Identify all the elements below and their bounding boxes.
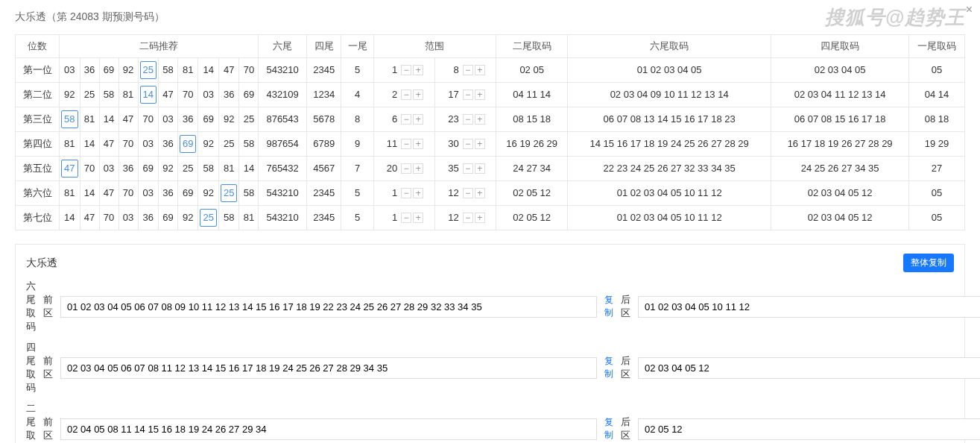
rec-num[interactable]: 25 xyxy=(218,132,238,157)
rec-num[interactable]: 47 xyxy=(218,58,238,83)
rec-num[interactable]: 36 xyxy=(138,206,158,230)
minus-button[interactable]: − xyxy=(401,213,411,223)
rec-num[interactable]: 58 xyxy=(239,132,259,157)
copy-all-button[interactable]: 整体复制 xyxy=(903,254,954,272)
rec-num[interactable]: 81 xyxy=(239,206,259,230)
rec-num[interactable]: 03 xyxy=(138,132,158,157)
rec-num[interactable]: 14 xyxy=(198,58,218,83)
rec-num[interactable]: 47 xyxy=(80,206,99,230)
rec-num[interactable]: 36 xyxy=(80,58,99,83)
plus-button[interactable]: + xyxy=(413,188,423,198)
plus-button[interactable]: + xyxy=(475,89,485,100)
rec-num[interactable]: 03 xyxy=(118,206,138,230)
rec-num[interactable]: 58 xyxy=(99,83,118,107)
minus-button[interactable]: − xyxy=(463,213,473,223)
rec-num[interactable]: 14 xyxy=(80,132,99,157)
rec-num[interactable]: 92 xyxy=(60,83,80,107)
front-input[interactable] xyxy=(60,296,597,318)
minus-button[interactable]: − xyxy=(463,188,473,198)
rec-num[interactable]: 36 xyxy=(158,181,177,206)
rec-num[interactable]: 47 xyxy=(99,181,118,206)
minus-button[interactable]: − xyxy=(401,139,411,149)
rec-num[interactable]: 14 xyxy=(138,83,158,107)
rec-num[interactable]: 69 xyxy=(177,132,197,157)
rec-num[interactable]: 58 xyxy=(198,157,218,181)
rec-num[interactable]: 47 xyxy=(99,132,118,157)
minus-button[interactable]: − xyxy=(463,139,473,149)
minus-button[interactable]: − xyxy=(401,114,411,125)
rec-num[interactable]: 70 xyxy=(239,58,259,83)
rec-num[interactable]: 70 xyxy=(177,83,197,107)
rec-num[interactable]: 03 xyxy=(158,107,177,132)
back-input[interactable] xyxy=(638,418,980,440)
minus-button[interactable]: − xyxy=(463,114,473,125)
rec-num[interactable]: 81 xyxy=(177,58,197,83)
minus-button[interactable]: − xyxy=(401,163,411,174)
rec-num[interactable]: 69 xyxy=(158,206,177,230)
rec-num[interactable]: 47 xyxy=(118,107,138,132)
rec-num[interactable]: 58 xyxy=(60,107,80,132)
close-icon[interactable]: × xyxy=(966,3,973,16)
rec-num[interactable]: 92 xyxy=(158,157,177,181)
rec-num[interactable]: 58 xyxy=(158,58,177,83)
minus-button[interactable]: − xyxy=(463,65,473,75)
rec-num[interactable]: 14 xyxy=(60,206,80,230)
rec-num[interactable]: 25 xyxy=(198,206,218,230)
rec-num[interactable]: 47 xyxy=(60,157,80,181)
rec-num[interactable]: 81 xyxy=(60,181,80,206)
rec-num[interactable]: 14 xyxy=(99,107,118,132)
copy-link[interactable]: 复制 xyxy=(604,355,613,380)
rec-num[interactable]: 14 xyxy=(80,181,99,206)
rec-num[interactable]: 70 xyxy=(99,206,118,230)
rec-num[interactable]: 81 xyxy=(60,132,80,157)
plus-button[interactable]: + xyxy=(413,89,423,100)
rec-num[interactable]: 81 xyxy=(218,157,238,181)
rec-num[interactable]: 25 xyxy=(177,157,197,181)
copy-link[interactable]: 复制 xyxy=(604,294,613,319)
rec-num[interactable]: 14 xyxy=(239,157,259,181)
rec-num[interactable]: 81 xyxy=(80,107,99,132)
rec-num[interactable]: 36 xyxy=(218,83,238,107)
rec-num[interactable]: 69 xyxy=(198,107,218,132)
rec-num[interactable]: 36 xyxy=(118,157,138,181)
rec-num[interactable]: 03 xyxy=(138,181,158,206)
rec-num[interactable]: 70 xyxy=(118,132,138,157)
rec-num[interactable]: 25 xyxy=(218,181,238,206)
plus-button[interactable]: + xyxy=(475,139,485,149)
rec-num[interactable]: 69 xyxy=(138,157,158,181)
plus-button[interactable]: + xyxy=(475,163,485,174)
rec-num[interactable]: 58 xyxy=(218,206,238,230)
rec-num[interactable]: 69 xyxy=(99,58,118,83)
plus-button[interactable]: + xyxy=(413,139,423,149)
plus-button[interactable]: + xyxy=(413,65,423,75)
minus-button[interactable]: − xyxy=(401,65,411,75)
rec-num[interactable]: 92 xyxy=(177,206,197,230)
minus-button[interactable]: − xyxy=(401,89,411,100)
rec-num[interactable]: 92 xyxy=(198,181,218,206)
rec-num[interactable]: 70 xyxy=(80,157,99,181)
back-input[interactable] xyxy=(638,296,980,318)
rec-num[interactable]: 25 xyxy=(138,58,158,83)
minus-button[interactable]: − xyxy=(401,188,411,198)
rec-num[interactable]: 03 xyxy=(99,157,118,181)
rec-num[interactable]: 25 xyxy=(80,83,99,107)
plus-button[interactable]: + xyxy=(475,65,485,75)
plus-button[interactable]: + xyxy=(475,213,485,223)
front-input[interactable] xyxy=(60,357,597,379)
rec-num[interactable]: 36 xyxy=(177,107,197,132)
plus-button[interactable]: + xyxy=(413,114,423,125)
rec-num[interactable]: 25 xyxy=(239,107,259,132)
rec-num[interactable]: 03 xyxy=(60,58,80,83)
back-input[interactable] xyxy=(638,357,980,379)
rec-num[interactable]: 70 xyxy=(118,181,138,206)
rec-num[interactable]: 69 xyxy=(239,83,259,107)
rec-num[interactable]: 69 xyxy=(177,181,197,206)
rec-num[interactable]: 47 xyxy=(158,83,177,107)
minus-button[interactable]: − xyxy=(463,89,473,100)
front-input[interactable] xyxy=(60,418,597,440)
rec-num[interactable]: 92 xyxy=(218,107,238,132)
plus-button[interactable]: + xyxy=(475,114,485,125)
rec-num[interactable]: 70 xyxy=(138,107,158,132)
rec-num[interactable]: 03 xyxy=(198,83,218,107)
rec-num[interactable]: 92 xyxy=(118,58,138,83)
